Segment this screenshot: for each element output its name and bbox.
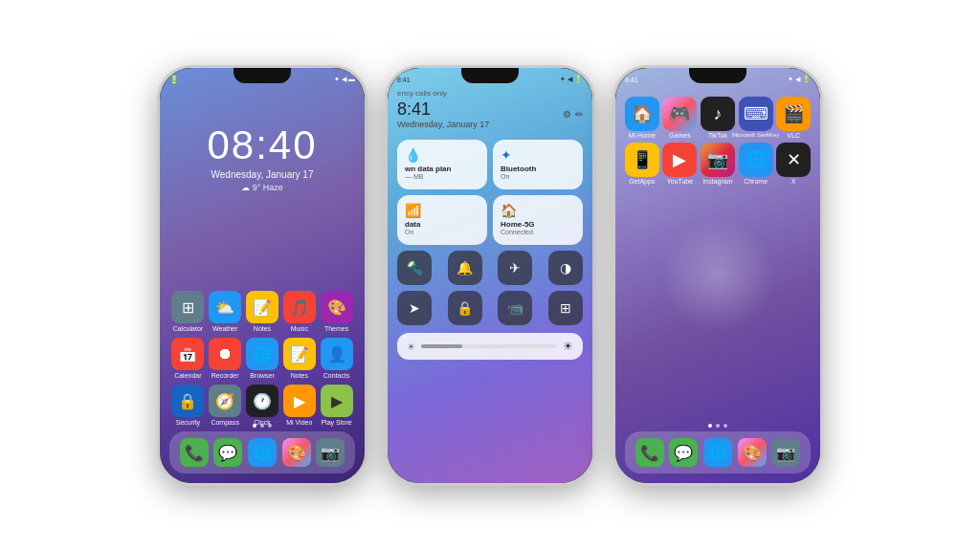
cc-tile-data[interactable]: 💧 wn data plan — MB bbox=[397, 140, 487, 189]
lock-date: Wednesday, January 17 bbox=[160, 169, 365, 180]
dock-messages[interactable]: 💬 bbox=[213, 438, 242, 467]
cc-small-row-2: ➤ 🔒 📹 ⊞ bbox=[397, 291, 583, 325]
data-plan-icon: 💧 bbox=[405, 147, 421, 163]
app-playstore[interactable]: ▶ Play Store bbox=[319, 385, 355, 426]
home-app-vlc[interactable]: 🎬 VLC bbox=[775, 97, 812, 139]
app-icon-playstore: ▶ bbox=[321, 385, 353, 417]
control-center-bg: 8:41 ✦ ◀ 🔋 ency calls only 8:41 Wednesda… bbox=[388, 68, 592, 483]
cc-tiles: 💧 wn data plan — MB ✦ Bluetooth On 📶 dat… bbox=[397, 140, 583, 360]
label-swiftkey: Microsoft SwiftKey bbox=[732, 132, 779, 138]
dock-3: 📞 💬 🌐 🎨 📷 bbox=[625, 431, 811, 474]
cc-btn-location[interactable]: ➤ bbox=[397, 291, 432, 325]
settings-icon[interactable]: ⚙ bbox=[563, 109, 571, 120]
label-tiktok: TikTok bbox=[708, 132, 727, 139]
label-getapps: GetApps bbox=[629, 178, 655, 185]
cc-date-row: 8:41 Wednesday, January 17 ⚙ ✏ bbox=[397, 99, 583, 129]
home-app-tiktok[interactable]: ♪ TikTok bbox=[700, 97, 736, 139]
lock-time: 08:40 bbox=[160, 125, 365, 165]
dock3-camera[interactable]: 📷 bbox=[771, 438, 800, 467]
cc-btn-record[interactable]: 📹 bbox=[498, 291, 532, 325]
app-notes2[interactable]: 📝 Notes bbox=[281, 338, 318, 379]
app-label-contacts: Contacts bbox=[323, 372, 350, 379]
bluetooth-sub: On bbox=[501, 173, 509, 180]
dock3-gallery[interactable]: 🎨 bbox=[738, 438, 767, 467]
cc-btn-dnd[interactable]: 🔔 bbox=[448, 251, 482, 285]
cc-header-icons: ⚙ ✏ bbox=[563, 109, 583, 120]
label-mihome: Mi Home bbox=[629, 132, 656, 139]
app-icon-browser: 🌐 bbox=[246, 338, 278, 370]
home-app-getapps[interactable]: 📱 GetApps bbox=[624, 143, 660, 185]
home-app-chrome[interactable]: 🌐 Chrome bbox=[738, 143, 774, 185]
cc-btn-brightness-auto[interactable]: ◑ bbox=[548, 251, 583, 285]
home-app-mihome[interactable]: 🏠 Mi Home bbox=[624, 97, 660, 139]
cc-btn-lock[interactable]: 🔒 bbox=[448, 291, 482, 325]
icon-chrome: 🌐 bbox=[739, 143, 773, 177]
app-mivideo[interactable]: ▶ Mi Video bbox=[281, 385, 318, 426]
icon-youtube: ▶ bbox=[662, 143, 697, 177]
app-icon-recorder: ⏺ bbox=[209, 338, 241, 370]
status-left-1: 🔋 bbox=[169, 76, 179, 84]
cc-header: ency calls only 8:41 Wednesday, January … bbox=[397, 89, 583, 129]
dock3-phone[interactable]: 📞 bbox=[635, 438, 664, 467]
cc-small-row-1: 🔦 🔔 ✈ ◑ bbox=[397, 251, 583, 285]
label-vlc: VLC bbox=[787, 132, 800, 139]
app-icon-calendar: 📅 bbox=[171, 338, 204, 370]
home-app-instagram[interactable]: 📷 Instagram bbox=[700, 143, 736, 185]
cc-brightness-bar[interactable]: ☀ ☀ bbox=[397, 333, 583, 360]
app-icon-themes: 🎨 bbox=[321, 291, 353, 323]
status-icons-2: ✦ ◀ 🔋 bbox=[560, 76, 583, 83]
app-icon-contacts: 👤 bbox=[321, 338, 353, 370]
app-icon-music: 🎵 bbox=[283, 291, 316, 323]
dock-phone[interactable]: 📞 bbox=[180, 438, 209, 467]
cc-tiles-row1: 💧 wn data plan — MB ✦ Bluetooth On bbox=[397, 140, 583, 189]
app-icon-security: 🔒 bbox=[171, 385, 204, 417]
dock-browser[interactable]: 🌐 bbox=[248, 438, 277, 467]
app-contacts[interactable]: 👤 Contacts bbox=[319, 338, 355, 379]
cc-tile-bluetooth[interactable]: ✦ Bluetooth On bbox=[493, 140, 583, 189]
mobile-data-icon: 📶 bbox=[405, 203, 421, 218]
app-music[interactable]: 🎵 Music bbox=[281, 291, 318, 332]
cc-btn-flashlight[interactable]: 🔦 bbox=[397, 251, 432, 285]
app-themes[interactable]: 🎨 Themes bbox=[319, 291, 355, 332]
data-plan-sub: — MB bbox=[405, 173, 423, 180]
brightness-icon: ☀ bbox=[407, 342, 415, 352]
icon-swiftkey: ⌨ bbox=[739, 97, 773, 131]
app-grid-1: ⊞ Calculator ⛅ Weather 📝 Notes 🎵 Music bbox=[169, 291, 355, 426]
mobile-data-sub: On bbox=[405, 229, 413, 235]
app-calculator[interactable]: ⊞ Calculator bbox=[169, 291, 206, 332]
app-recorder[interactable]: ⏺ Recorder bbox=[207, 338, 243, 379]
icon-games: 🎮 bbox=[662, 97, 697, 131]
icon-instagram: 📷 bbox=[701, 143, 735, 177]
dock-gallery[interactable]: 🎨 bbox=[282, 438, 311, 467]
page-dots-3 bbox=[615, 424, 820, 428]
dock-camera[interactable]: 📷 bbox=[316, 438, 345, 467]
wifi-title: Home-5G bbox=[501, 220, 535, 229]
dock3-messages[interactable]: 💬 bbox=[669, 438, 698, 467]
dot3-1 bbox=[708, 424, 712, 428]
home-app-swiftkey[interactable]: ⌨ Microsoft SwiftKey bbox=[738, 97, 774, 139]
lock-weather: ☁ 9° Haze bbox=[160, 183, 365, 192]
wifi-sub: Connected bbox=[501, 229, 533, 235]
home-row-2: 📱 GetApps ▶ YouTube 📷 Instagram 🌐 Chrome bbox=[623, 143, 813, 185]
home-app-games[interactable]: 🎮 Games bbox=[661, 97, 698, 139]
app-calendar[interactable]: 📅 Calendar bbox=[169, 338, 206, 379]
app-icon-clock: 🕐 bbox=[246, 385, 278, 417]
edit-icon[interactable]: ✏ bbox=[575, 109, 583, 120]
app-compass[interactable]: 🧭 Compass bbox=[207, 385, 243, 426]
home-app-grid: 🏠 Mi Home 🎮 Games ♪ TikTok ⌨ Microsoft S… bbox=[623, 97, 813, 188]
app-row-3: 🔒 Security 🧭 Compass 🕐 Clock ▶ Mi Video bbox=[169, 385, 355, 426]
cc-btn-screenshot[interactable]: ⊞ bbox=[548, 291, 583, 325]
cc-tile-wifi[interactable]: 🏠 Home-5G Connected bbox=[493, 195, 583, 245]
cc-tiles-row2: 📶 data On 🏠 Home-5G Connected bbox=[397, 195, 583, 245]
app-security[interactable]: 🔒 Security bbox=[169, 385, 206, 426]
cc-btn-airplane[interactable]: ✈ bbox=[498, 251, 532, 285]
app-clock[interactable]: 🕐 Clock bbox=[244, 385, 280, 426]
cc-tile-mobile-data[interactable]: 📶 data On bbox=[397, 195, 487, 245]
app-weather[interactable]: ⛅ Weather bbox=[207, 291, 243, 332]
dock3-browser[interactable]: 🌐 bbox=[703, 438, 732, 467]
app-notes[interactable]: 📝 Notes bbox=[244, 291, 280, 332]
home-app-x[interactable]: ✕ X bbox=[775, 143, 812, 185]
home-app-youtube[interactable]: ▶ YouTube bbox=[661, 143, 698, 185]
app-browser[interactable]: 🌐 Browser bbox=[244, 338, 280, 379]
app-icon-mivideo: ▶ bbox=[283, 385, 316, 417]
